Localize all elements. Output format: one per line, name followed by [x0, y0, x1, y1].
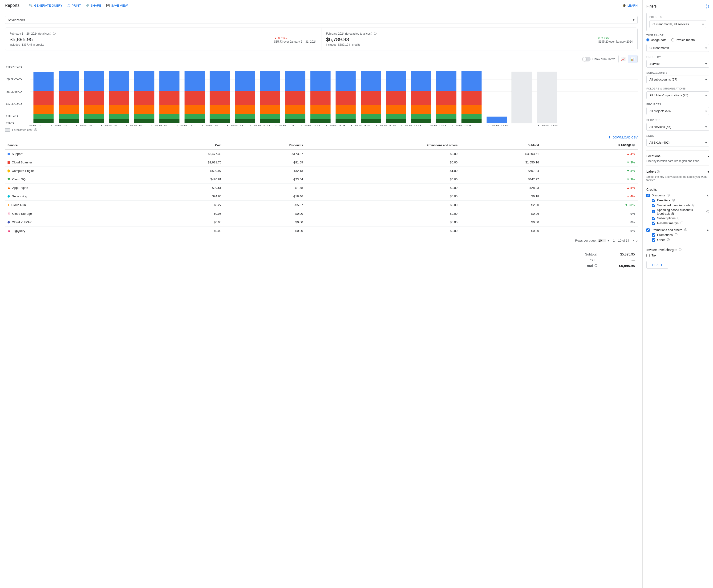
svg-rect-93: [436, 91, 457, 105]
promotions-checkbox[interactable]: [652, 233, 655, 237]
subaccounts-select[interactable]: All subaccounts (27): [646, 76, 709, 83]
other-checkbox[interactable]: [652, 238, 655, 241]
bar-chart-button[interactable]: 📊: [628, 55, 637, 63]
actual-cost-info-icon[interactable]: ⓘ: [53, 31, 56, 36]
svg-rect-91: [411, 119, 432, 123]
discounts-collapse-icon[interactable]: ▲: [706, 193, 709, 197]
invoice-month-radio-label[interactable]: Invoice month: [671, 38, 695, 42]
spending-based-checkbox-label[interactable]: Spending based discounts (contractual) ⓘ: [646, 208, 709, 215]
show-cumulative-toggle[interactable]: Show cumulative: [582, 57, 615, 61]
collapse-sidebar-button[interactable]: ⟩⟩: [706, 4, 709, 9]
usage-date-radio-label[interactable]: Usage date: [646, 38, 667, 42]
invoice-month-radio[interactable]: [671, 38, 674, 41]
col-service: Service: [5, 141, 143, 149]
forecasted-info-icon[interactable]: ⓘ: [34, 128, 37, 132]
discounts-info-icon[interactable]: ⓘ: [667, 193, 670, 197]
svg-text:$50: $50: [6, 115, 18, 118]
change-cell: ▼ 38%: [542, 201, 638, 209]
next-page-button[interactable]: ›: [636, 238, 638, 243]
sustained-use-checkbox[interactable]: [652, 204, 655, 207]
spending-based-info-icon[interactable]: ⓘ: [707, 210, 709, 214]
svg-rect-22: [84, 71, 104, 91]
locations-header[interactable]: Locations ▾: [646, 153, 709, 159]
svg-rect-75: [336, 114, 356, 119]
tax-info-icon[interactable]: ⓘ: [594, 258, 597, 262]
promotions-info-icon[interactable]: ⓘ: [684, 228, 687, 232]
reseller-margin-checkbox-label[interactable]: Reseller margin ⓘ: [646, 221, 709, 225]
learn-button[interactable]: 🎓 LEARN: [622, 4, 638, 7]
discounts-checkbox-label[interactable]: Discounts ⓘ: [646, 193, 670, 197]
subtotal-value: $5,895.95: [616, 252, 635, 256]
projects-select[interactable]: All projects (53): [646, 107, 709, 115]
svg-text:Feb 28: Feb 28: [538, 125, 558, 126]
reset-button[interactable]: RESET: [646, 261, 668, 269]
svg-rect-70: [310, 114, 331, 119]
sustained-use-checkbox-label[interactable]: Sustained use discounts ⓘ: [646, 203, 709, 207]
promotions-checkbox-label[interactable]: Promotions ⓘ: [646, 233, 709, 237]
subtotal-cell: $0.00: [460, 218, 542, 227]
prev-page-button[interactable]: ‹: [633, 238, 634, 243]
forecast-cost-card: February 2024 (forecasted total cost) ⓘ …: [321, 28, 638, 50]
svg-rect-81: [361, 119, 381, 123]
other-info-icon[interactable]: ⓘ: [667, 238, 670, 242]
svg-rect-44: [185, 105, 205, 114]
spending-based-checkbox[interactable]: [652, 210, 655, 213]
cumulative-switch[interactable]: [582, 57, 591, 61]
line-chart-button[interactable]: 📈: [618, 55, 628, 63]
subscriptions-checkbox[interactable]: [652, 217, 655, 220]
col-change: % Change ⓘ: [542, 141, 638, 149]
tax-checkbox-label[interactable]: Tax: [646, 254, 709, 257]
promotions-others-checkbox[interactable]: [646, 228, 650, 232]
group-by-select[interactable]: Service: [646, 60, 709, 68]
download-csv-button[interactable]: ⬇ DOWNLOAD CSV: [608, 135, 638, 139]
reseller-margin-info-icon[interactable]: ⓘ: [680, 221, 683, 225]
discounts-checkbox[interactable]: [646, 194, 650, 197]
period-select[interactable]: Current month: [646, 44, 709, 52]
credits-section: Credits Discounts ⓘ ▲ Free tiers ⓘ Susta…: [646, 188, 709, 242]
saved-views-dropdown[interactable]: Saved views ▾: [5, 16, 638, 24]
tax-checkbox[interactable]: [646, 254, 650, 257]
presets-select[interactable]: Current month, all services: [649, 20, 706, 28]
svg-rect-12: [34, 72, 54, 91]
promotions-sub-info-icon[interactable]: ⓘ: [675, 233, 677, 237]
svg-rect-18: [59, 91, 79, 105]
col-cost: Cost: [143, 141, 225, 149]
subtotal-cell: $0.06: [460, 209, 542, 218]
forecast-info-icon[interactable]: ⓘ: [374, 31, 377, 36]
generate-query-button[interactable]: 🔍 GENERATE QUERY: [29, 3, 62, 8]
usage-date-radio[interactable]: [646, 38, 649, 41]
promotions-others-checkbox-label[interactable]: Promotions and others ⓘ: [646, 228, 687, 232]
svg-rect-19: [59, 105, 79, 114]
free-tiers-info-icon[interactable]: ⓘ: [672, 198, 675, 202]
save-view-button[interactable]: 💾 SAVE VIEW: [106, 3, 128, 8]
download-icon: ⬇: [608, 135, 611, 139]
print-button[interactable]: 🖨 PRINT: [67, 3, 81, 8]
free-tiers-checkbox-label[interactable]: Free tiers ⓘ: [646, 198, 709, 202]
svg-rect-50: [210, 114, 230, 119]
subscriptions-checkbox-label[interactable]: Subscriptions ⓘ: [646, 216, 709, 220]
sustained-use-info-icon[interactable]: ⓘ: [692, 203, 695, 207]
change-cell: ▼ 3%: [542, 158, 638, 167]
services-select[interactable]: All services (45): [646, 123, 709, 131]
cost-cell: $0.00: [143, 227, 225, 235]
other-checkbox-label[interactable]: Other ⓘ: [646, 238, 709, 242]
subscriptions-info-icon[interactable]: ⓘ: [677, 216, 680, 220]
promotions-collapse-icon[interactable]: ▲: [706, 228, 709, 232]
svg-rect-27: [109, 71, 129, 91]
svg-rect-20: [59, 114, 79, 119]
folders-select[interactable]: All folders/organizations (28): [646, 91, 709, 99]
share-button[interactable]: 🔗 SHARE: [85, 3, 101, 8]
total-info-icon[interactable]: ⓘ: [594, 264, 597, 268]
skus-select[interactable]: All SKUs (402): [646, 139, 709, 146]
free-tiers-checkbox[interactable]: [652, 199, 655, 202]
pct-change-info-icon[interactable]: ⓘ: [632, 144, 635, 146]
svg-rect-69: [310, 105, 331, 114]
reseller-margin-checkbox[interactable]: [652, 222, 655, 225]
labels-info-icon[interactable]: ⓘ: [657, 170, 660, 173]
total-label: Total ⓘ: [585, 264, 597, 268]
labels-header[interactable]: Labels ⓘ ▾: [646, 169, 709, 175]
saved-views-row: Saved views ▾: [5, 16, 638, 24]
rows-per-page-select[interactable]: 10 25 50: [598, 239, 606, 242]
invoice-charges-info-icon[interactable]: ⓘ: [679, 248, 681, 252]
credits-title: Credits: [646, 188, 709, 191]
